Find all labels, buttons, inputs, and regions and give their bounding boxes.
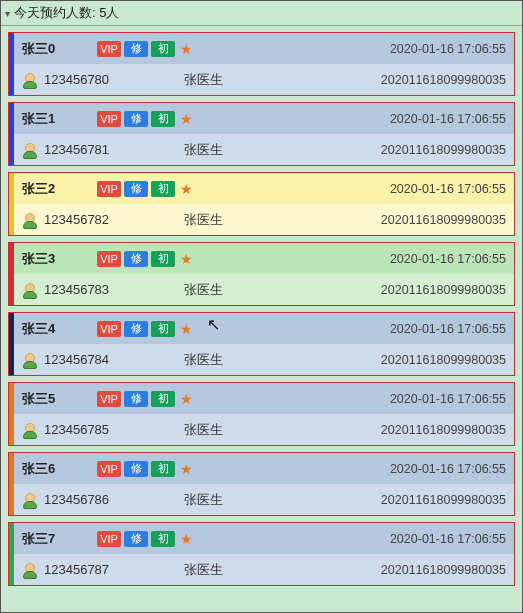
phone-number: 123456781 — [44, 142, 159, 157]
vip-badge: VIP — [97, 531, 121, 547]
order-number: 202011618099980035 — [381, 563, 506, 577]
timestamp: 2020-01-16 17:06:55 — [390, 42, 506, 56]
doctor-name: 张医生 — [184, 491, 223, 509]
card-detail-row: 123456781张医生202011618099980035 — [14, 134, 514, 165]
star-icon: ★ — [180, 321, 193, 337]
order-number: 202011618099980035 — [381, 353, 506, 367]
vip-badge: VIP — [97, 321, 121, 337]
card-header-row: 张三3VIP修初★2020-01-16 17:06:55 — [14, 243, 514, 274]
badge-group: VIP修初★ — [97, 321, 193, 337]
chu-badge: 初 — [151, 531, 175, 547]
star-icon: ★ — [180, 461, 193, 477]
chu-badge: 初 — [151, 321, 175, 337]
card-detail-row: 123456780张医生202011618099980035 — [14, 64, 514, 95]
card-header-row: 张三5VIP修初★2020-01-16 17:06:55 — [14, 383, 514, 414]
xiu-badge: 修 — [124, 251, 148, 267]
vip-badge: VIP — [97, 251, 121, 267]
card-detail-row: 123456784张医生202011618099980035 — [14, 344, 514, 375]
card-detail-row: 123456783张医生202011618099980035 — [14, 274, 514, 305]
badge-group: VIP修初★ — [97, 41, 193, 57]
patient-name: 张三6 — [22, 460, 77, 478]
person-icon — [22, 143, 36, 157]
patient-name: 张三1 — [22, 110, 77, 128]
badge-group: VIP修初★ — [97, 181, 193, 197]
vip-badge: VIP — [97, 181, 121, 197]
vip-badge: VIP — [97, 111, 121, 127]
appointment-card[interactable]: 张三0VIP修初★2020-01-16 17:06:55123456780张医生… — [8, 32, 515, 96]
card-detail-row: 123456786张医生202011618099980035 — [14, 484, 514, 515]
phone-number: 123456784 — [44, 352, 159, 367]
badge-group: VIP修初★ — [97, 251, 193, 267]
star-icon: ★ — [180, 111, 193, 127]
timestamp: 2020-01-16 17:06:55 — [390, 462, 506, 476]
timestamp: 2020-01-16 17:06:55 — [390, 112, 506, 126]
doctor-name: 张医生 — [184, 141, 223, 159]
person-icon — [22, 493, 36, 507]
star-icon: ★ — [180, 531, 193, 547]
person-icon — [22, 563, 36, 577]
order-number: 202011618099980035 — [381, 493, 506, 507]
timestamp: 2020-01-16 17:06:55 — [390, 182, 506, 196]
appointment-card[interactable]: 张三7VIP修初★2020-01-16 17:06:55123456787张医生… — [8, 522, 515, 586]
order-number: 202011618099980035 — [381, 423, 506, 437]
timestamp: 2020-01-16 17:06:55 — [390, 322, 506, 336]
xiu-badge: 修 — [124, 461, 148, 477]
timestamp: 2020-01-16 17:06:55 — [390, 392, 506, 406]
appointment-card[interactable]: 张三5VIP修初★2020-01-16 17:06:55123456785张医生… — [8, 382, 515, 446]
doctor-name: 张医生 — [184, 71, 223, 89]
timestamp: 2020-01-16 17:06:55 — [390, 532, 506, 546]
star-icon: ★ — [180, 181, 193, 197]
appointment-card[interactable]: 张三3VIP修初★2020-01-16 17:06:55123456783张医生… — [8, 242, 515, 306]
xiu-badge: 修 — [124, 391, 148, 407]
timestamp: 2020-01-16 17:06:55 — [390, 252, 506, 266]
badge-group: VIP修初★ — [97, 461, 193, 477]
appointment-card[interactable]: 张三6VIP修初★2020-01-16 17:06:55123456786张医生… — [8, 452, 515, 516]
phone-number: 123456787 — [44, 562, 159, 577]
vip-badge: VIP — [97, 461, 121, 477]
order-number: 202011618099980035 — [381, 283, 506, 297]
chu-badge: 初 — [151, 251, 175, 267]
order-number: 202011618099980035 — [381, 213, 506, 227]
star-icon: ★ — [180, 391, 193, 407]
collapse-icon[interactable]: ▾ — [5, 8, 10, 19]
card-header-row: 张三6VIP修初★2020-01-16 17:06:55 — [14, 453, 514, 484]
doctor-name: 张医生 — [184, 211, 223, 229]
xiu-badge: 修 — [124, 111, 148, 127]
panel-header[interactable]: ▾ 今天预约人数: 5人 — [1, 1, 522, 26]
card-detail-row: 123456785张医生202011618099980035 — [14, 414, 514, 445]
card-header-row: 张三2VIP修初★2020-01-16 17:06:55 — [14, 173, 514, 204]
patient-name: 张三3 — [22, 250, 77, 268]
appointment-card[interactable]: 张三1VIP修初★2020-01-16 17:06:55123456781张医生… — [8, 102, 515, 166]
vip-badge: VIP — [97, 391, 121, 407]
xiu-badge: 修 — [124, 321, 148, 337]
phone-number: 123456782 — [44, 212, 159, 227]
chu-badge: 初 — [151, 391, 175, 407]
chu-badge: 初 — [151, 181, 175, 197]
panel-title: 今天预约人数: 5人 — [14, 4, 119, 22]
card-header-row: 张三0VIP修初★2020-01-16 17:06:55 — [14, 33, 514, 64]
card-detail-row: 123456787张医生202011618099980035 — [14, 554, 514, 585]
patient-name: 张三7 — [22, 530, 77, 548]
person-icon — [22, 353, 36, 367]
badge-group: VIP修初★ — [97, 111, 193, 127]
appointment-card[interactable]: 张三4VIP修初★2020-01-16 17:06:55123456784张医生… — [8, 312, 515, 376]
order-number: 202011618099980035 — [381, 143, 506, 157]
card-header-row: 张三7VIP修初★2020-01-16 17:06:55 — [14, 523, 514, 554]
badge-group: VIP修初★ — [97, 531, 193, 547]
chu-badge: 初 — [151, 461, 175, 477]
doctor-name: 张医生 — [184, 351, 223, 369]
patient-name: 张三4 — [22, 320, 77, 338]
person-icon — [22, 213, 36, 227]
card-header-row: 张三4VIP修初★2020-01-16 17:06:55 — [14, 313, 514, 344]
phone-number: 123456785 — [44, 422, 159, 437]
card-detail-row: 123456782张医生202011618099980035 — [14, 204, 514, 235]
patient-name: 张三2 — [22, 180, 77, 198]
patient-name: 张三0 — [22, 40, 77, 58]
xiu-badge: 修 — [124, 181, 148, 197]
star-icon: ★ — [180, 41, 193, 57]
appointment-list[interactable]: 张三0VIP修初★2020-01-16 17:06:55123456780张医生… — [1, 26, 522, 611]
person-icon — [22, 423, 36, 437]
chu-badge: 初 — [151, 111, 175, 127]
appointment-card[interactable]: 张三2VIP修初★2020-01-16 17:06:55123456782张医生… — [8, 172, 515, 236]
vip-badge: VIP — [97, 41, 121, 57]
